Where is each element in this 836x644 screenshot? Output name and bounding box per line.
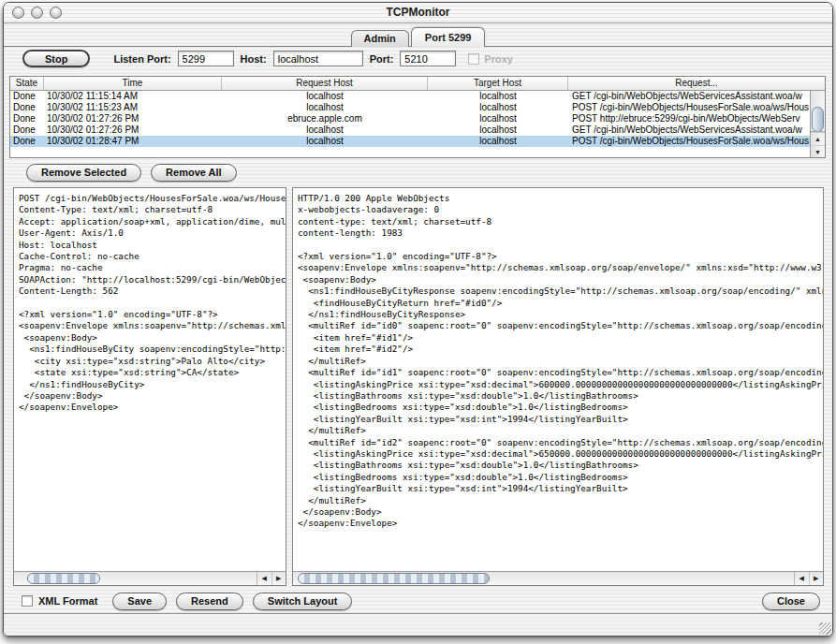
- tab-port-5299[interactable]: Port 5299: [411, 27, 486, 47]
- cell-state: Done: [10, 124, 44, 136]
- xml-format-checkbox[interactable]: [22, 595, 33, 607]
- cell-time: 10/30/02 01:27:26 PM: [44, 124, 222, 136]
- status-bar: [4, 613, 832, 636]
- cell-request: GET /cgi-bin/WebObjects/WebServicesAssis…: [568, 91, 810, 102]
- xml-format-checkbox-group: XML Format: [22, 595, 97, 607]
- table-row[interactable]: Done 10/30/02 01:27:26 PM ebruce.apple.c…: [10, 113, 810, 124]
- close-button[interactable]: Close: [762, 593, 820, 610]
- response-scrollbar-arrows: ◀ ▶: [794, 572, 823, 585]
- connection-toolbar: Stop Listen Port: Host: Port: Proxy: [4, 47, 832, 72]
- cell-request: POST /cgi-bin/WebObjects/HousesForSale.w…: [568, 136, 810, 147]
- request-scrollbar-thumb[interactable]: [27, 573, 100, 584]
- remove-all-button[interactable]: Remove All: [151, 164, 237, 182]
- cell-time: 10/30/02 11:15:23 AM: [44, 102, 222, 113]
- column-header-state[interactable]: State: [10, 77, 44, 90]
- scroll-left-icon[interactable]: ◀: [795, 572, 809, 585]
- response-pane: HTTP/1.0 200 Apple WebObjects x-webobjec…: [292, 187, 824, 586]
- response-horizontal-scrollbar[interactable]: ◀ ▶: [293, 571, 823, 585]
- app-window: TCPMonitor Admin Port 5299 Stop Listen P…: [3, 2, 833, 637]
- cell-state: Done: [10, 102, 44, 113]
- xml-format-label: XML Format: [38, 595, 97, 607]
- cell-request-host: localhost: [222, 102, 428, 113]
- requests-table: State Time Request Host Target Host Requ…: [9, 76, 826, 158]
- table-scrollbar-thumb[interactable]: [812, 107, 824, 132]
- column-header-target-host[interactable]: Target Host: [428, 77, 568, 90]
- cell-state: Done: [10, 91, 44, 102]
- scroll-left-icon[interactable]: ◀: [257, 572, 271, 585]
- save-button[interactable]: Save: [112, 593, 167, 610]
- request-text[interactable]: POST /cgi-bin/WebObjects/HousesForSale.w…: [14, 188, 286, 571]
- request-pane: POST /cgi-bin/WebObjects/HousesForSale.w…: [13, 187, 286, 586]
- scrollbar-track: [14, 572, 257, 585]
- tab-admin[interactable]: Admin: [351, 30, 409, 47]
- cell-state: Done: [10, 136, 44, 147]
- scroll-right-icon[interactable]: ▶: [809, 572, 824, 585]
- column-header-time[interactable]: Time: [44, 77, 222, 90]
- window-titlebar[interactable]: TCPMonitor: [4, 3, 832, 23]
- response-text[interactable]: HTTP/1.0 200 Apple WebObjects x-webobjec…: [293, 188, 823, 571]
- cell-time: 10/30/02 01:28:47 PM: [44, 136, 222, 147]
- message-panes: POST /cgi-bin/WebObjects/HousesForSale.w…: [13, 187, 824, 586]
- request-scrollbar-arrows: ◀ ▶: [257, 572, 286, 585]
- listen-port-label: Listen Port:: [113, 53, 170, 65]
- host-label: Host:: [241, 53, 267, 65]
- scroll-down-icon[interactable]: ▼: [811, 145, 825, 158]
- column-header-request-host[interactable]: Request Host: [222, 77, 428, 90]
- request-horizontal-scrollbar[interactable]: ◀ ▶: [14, 571, 286, 585]
- main-content: State Time Request Host Target Host Requ…: [4, 72, 832, 586]
- switch-layout-button[interactable]: Switch Layout: [253, 593, 353, 610]
- port-label: Port:: [370, 53, 394, 65]
- scroll-up-icon[interactable]: ▲: [811, 132, 825, 145]
- cell-time: 10/30/02 01:27:26 PM: [44, 113, 222, 124]
- resize-grip[interactable]: [819, 622, 831, 635]
- row-actions: Remove Selected Remove All: [9, 158, 826, 183]
- port-input[interactable]: [400, 51, 456, 66]
- cell-request: POST http://ebruce:5299/cgi-bin/WebObjec…: [568, 113, 810, 124]
- proxy-checkbox-group: Proxy: [468, 53, 513, 65]
- proxy-checkbox[interactable]: [468, 53, 479, 65]
- footer-toolbar: XML Format Save Resend Switch Layout Clo…: [4, 586, 832, 613]
- table-header-row: State Time Request Host Target Host Requ…: [10, 77, 825, 91]
- cell-request-host: localhost: [222, 124, 428, 136]
- response-scrollbar-thumb[interactable]: [298, 573, 490, 584]
- cell-target-host: localhost: [428, 113, 568, 124]
- cell-target-host: localhost: [428, 124, 568, 136]
- cell-time: 10/30/02 11:15:14 AM: [44, 91, 222, 102]
- column-header-request[interactable]: Request...: [568, 77, 825, 90]
- table-vertical-scrollbar[interactable]: ▲ ▼: [810, 91, 825, 157]
- cell-request: POST /cgi-bin/WebObjects/HousesForSale.w…: [568, 102, 810, 113]
- listen-port-input[interactable]: [178, 51, 234, 66]
- cell-request: GET /cgi-bin/WebObjects/WebServicesAssis…: [568, 124, 810, 136]
- table-row[interactable]: Done 10/30/02 11:15:14 AM localhost loca…: [10, 91, 810, 102]
- tab-strip: Admin Port 5299: [4, 23, 832, 47]
- table-row-selected[interactable]: Done 10/30/02 01:28:47 PM localhost loca…: [10, 136, 810, 147]
- proxy-label: Proxy: [484, 53, 513, 65]
- cell-request-host: localhost: [222, 136, 428, 147]
- cell-request-host: localhost: [222, 91, 428, 102]
- cell-target-host: localhost: [428, 136, 568, 147]
- table-row[interactable]: Done 10/30/02 01:27:26 PM localhost loca…: [10, 124, 810, 136]
- cell-state: Done: [10, 113, 44, 124]
- scrollbar-track: [293, 572, 794, 585]
- scroll-right-icon[interactable]: ▶: [271, 572, 286, 585]
- window-title: TCPMonitor: [4, 6, 832, 19]
- table-row[interactable]: Done 10/30/02 11:15:23 AM localhost loca…: [10, 102, 810, 113]
- table-body: Done 10/30/02 11:15:14 AM localhost loca…: [10, 91, 810, 157]
- remove-selected-button[interactable]: Remove Selected: [26, 164, 141, 182]
- cell-target-host: localhost: [428, 102, 568, 113]
- table-scrollbar-arrows: ▲ ▼: [811, 131, 825, 157]
- host-input[interactable]: [273, 51, 363, 66]
- cell-request-host: ebruce.apple.com: [222, 113, 428, 124]
- cell-target-host: localhost: [428, 91, 568, 102]
- resend-button[interactable]: Resend: [176, 593, 243, 610]
- stop-button[interactable]: Stop: [22, 50, 90, 67]
